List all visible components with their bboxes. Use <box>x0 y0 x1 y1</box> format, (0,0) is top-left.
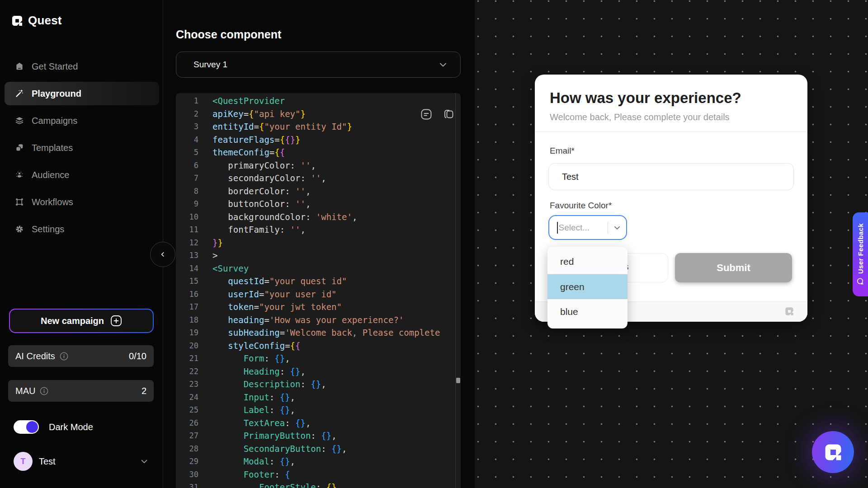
line-number: 12 <box>176 236 208 249</box>
sidebar-item-playground[interactable]: Playground <box>5 82 159 105</box>
code-line: 31FooterStyle: {}, <box>176 481 461 488</box>
magic-wand-icon <box>14 89 24 99</box>
sidebar-item-get-started[interactable]: Get Started <box>5 55 159 78</box>
dark-mode-toggle[interactable] <box>14 420 39 434</box>
code-line: 12}} <box>176 236 461 249</box>
line-number: 1 <box>176 94 208 108</box>
page-title: Choose component <box>176 28 281 41</box>
editor-scrollbar[interactable] <box>455 93 461 488</box>
option-blue[interactable]: blue <box>547 299 627 324</box>
line-number: 8 <box>176 185 208 198</box>
submit-button[interactable]: Submit <box>675 253 792 282</box>
code-text: token="your jwt token" <box>208 300 342 314</box>
code-line: 5themeConfig={{ <box>176 146 461 159</box>
info-icon[interactable] <box>60 352 68 361</box>
nav-label: Campaigns <box>32 116 77 126</box>
sidebar-item-campaigns[interactable]: Campaigns <box>5 109 159 132</box>
user-menu[interactable]: T Test <box>14 452 149 471</box>
email-label: Email* <box>550 146 575 156</box>
new-campaign-button[interactable]: New campaign <box>9 309 154 333</box>
code-line: 16userId="your user id" <box>176 288 461 301</box>
sidebar-item-settings[interactable]: Settings <box>5 217 159 241</box>
code-line: 18heading='How was your experience?' <box>176 314 461 327</box>
format-code-icon[interactable] <box>420 108 432 120</box>
collapse-sidebar-button[interactable] <box>150 242 175 267</box>
code-text: TextArea: {}, <box>208 417 311 430</box>
line-number: 9 <box>176 197 208 211</box>
mau-row: MAU 2 <box>8 380 154 402</box>
favourite-color-select[interactable]: Select... <box>548 215 627 240</box>
dark-mode-row: Dark Mode <box>14 420 93 434</box>
code-text: subHeading='Welcome back, Please complet… <box>208 326 440 339</box>
code-text: heading='How was your experience?' <box>208 314 404 327</box>
code-line: 22Heading: {}, <box>176 365 461 378</box>
sidebar-item-workflows[interactable]: Workflows <box>5 190 159 214</box>
code-editor[interactable]: 1<QuestProvider2apiKey={"api key"}3entit… <box>176 93 461 488</box>
logo: Quest <box>11 14 62 28</box>
quest-logo-icon <box>11 14 24 27</box>
line-number: 31 <box>176 481 208 488</box>
option-green[interactable]: green <box>547 274 627 299</box>
quest-widget-fab[interactable] <box>812 431 854 473</box>
plus-icon <box>110 315 122 327</box>
layers-icon <box>14 116 24 126</box>
code-line: 21Form: {}, <box>176 352 461 365</box>
editor-actions <box>420 108 455 120</box>
line-number: 2 <box>176 108 208 121</box>
option-red[interactable]: red <box>547 249 627 274</box>
line-number: 17 <box>176 300 208 314</box>
code-text: userId="your user id" <box>208 288 337 301</box>
info-icon[interactable] <box>40 387 48 395</box>
code-text: secondaryColor: '', <box>208 172 326 185</box>
code-text: Heading: {}, <box>208 365 306 378</box>
user-feedback-tab[interactable]: User Feedback <box>853 212 868 296</box>
home-icon <box>14 61 24 71</box>
code-line: 3entityId={"your entity Id"} <box>176 120 461 133</box>
user-feedback-label: User Feedback <box>857 223 864 274</box>
line-number: 16 <box>176 288 208 301</box>
email-field[interactable] <box>548 163 794 190</box>
templates-icon <box>14 143 24 153</box>
code-line: 15questId="your quest id" <box>176 275 461 288</box>
user-name: Test <box>39 456 56 467</box>
line-number: 27 <box>176 429 208 442</box>
quest-logo-icon <box>823 442 843 462</box>
line-number: 29 <box>176 455 208 468</box>
mau-value: 2 <box>142 386 146 396</box>
line-number: 4 <box>176 133 208 146</box>
code-text: }} <box>208 236 223 249</box>
line-number: 18 <box>176 314 208 327</box>
code-line: 28SecondaryButton: {}, <box>176 442 461 455</box>
line-number: 20 <box>176 339 208 352</box>
line-number: 10 <box>176 211 208 224</box>
survey-heading: How was your experience? <box>550 89 741 107</box>
component-select[interactable]: Survey 1 <box>176 52 461 78</box>
code-line: 26TextArea: {}, <box>176 417 461 430</box>
line-number: 23 <box>176 378 208 391</box>
code-text: backgroundColor: 'white', <box>208 211 357 224</box>
copy-code-icon[interactable] <box>443 108 455 120</box>
chevron-down-icon <box>438 59 448 70</box>
chevron-down-icon[interactable] <box>613 223 622 232</box>
code-line: 14<Survey <box>176 262 461 275</box>
code-text: Input: {}, <box>208 391 295 404</box>
code-text: Description: {}, <box>208 378 326 391</box>
code-line: 29Modal: {}, <box>176 455 461 468</box>
code-line: 2apiKey={"api key"} <box>176 108 461 121</box>
sidebar-item-templates[interactable]: Templates <box>5 136 159 160</box>
favourite-color-label: Favourite Color* <box>550 201 612 211</box>
code-text: primaryColor: '', <box>208 159 316 172</box>
nav-label: Get Started <box>32 61 78 72</box>
editor-scrollbar-thumb[interactable] <box>456 378 460 383</box>
ai-credits-value: 0/10 <box>129 351 146 361</box>
nav-label: Playground <box>32 89 81 99</box>
app-root: Quest Get Started Playground <box>0 0 868 488</box>
line-number: 21 <box>176 352 208 365</box>
code-text: apiKey={"api key"} <box>208 108 306 121</box>
code-text: featureFlags={{}} <box>208 133 301 146</box>
line-number: 19 <box>176 326 208 339</box>
line-number: 5 <box>176 146 208 159</box>
sidebar-item-audience[interactable]: Audience <box>5 163 159 187</box>
survey-subheading: Welcome back, Please complete your detai… <box>550 112 730 122</box>
select-placeholder: Select... <box>559 223 590 233</box>
